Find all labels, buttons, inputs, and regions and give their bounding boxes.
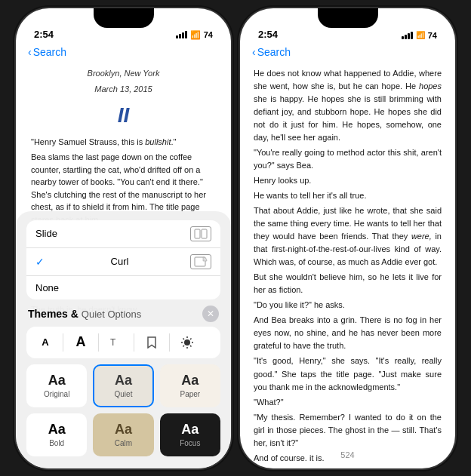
theme-focus[interactable]: Aa Focus bbox=[160, 413, 220, 456]
status-bar-left: 2:54 📶 74 bbox=[16, 8, 231, 45]
signal-bars bbox=[176, 31, 187, 38]
curl-label: Curl bbox=[111, 256, 129, 267]
theme-original-text: Aa bbox=[48, 373, 66, 387]
slide-label: Slide bbox=[35, 228, 57, 239]
themes-title: Themes & Quiet Options bbox=[28, 308, 141, 320]
svg-line-12 bbox=[183, 345, 185, 347]
font-sep-2 bbox=[98, 333, 99, 352]
right-para-8: And Bea breaks into a grin. There is no … bbox=[254, 314, 442, 352]
svg-rect-0 bbox=[195, 229, 200, 238]
font-sep-1 bbox=[63, 333, 63, 352]
book-location: Brooklyn, New York bbox=[31, 67, 216, 80]
themes-header: Themes & Quiet Options ✕ bbox=[26, 306, 220, 322]
phones-container: 2:54 📶 74 ‹ Search Brooklyn, New bbox=[16, 8, 455, 468]
close-overlay-button[interactable]: ✕ bbox=[202, 306, 219, 322]
none-label: None bbox=[35, 282, 59, 293]
bookmark-icon bbox=[146, 336, 157, 349]
checkmark-icon: ✓ bbox=[35, 256, 45, 268]
theme-original[interactable]: Aa Original bbox=[26, 364, 87, 407]
theme-original-label: Original bbox=[44, 390, 69, 398]
theme-paper-text: Aa bbox=[181, 373, 199, 387]
svg-rect-1 bbox=[202, 229, 207, 238]
theme-paper[interactable]: Aa Paper bbox=[160, 364, 220, 407]
wifi-icon-right: 📶 bbox=[416, 31, 425, 39]
bookmark-button[interactable] bbox=[140, 331, 163, 354]
transition-none[interactable]: None bbox=[26, 276, 220, 299]
font-sep-4 bbox=[169, 333, 170, 352]
reading-content: He does not know what happened to Addie,… bbox=[240, 61, 455, 461]
status-icons-left: 📶 74 bbox=[176, 30, 213, 40]
time-right: 2:54 bbox=[258, 29, 278, 40]
left-phone: 2:54 📶 74 ‹ Search Brooklyn, New bbox=[16, 8, 231, 468]
theme-paper-label: Paper bbox=[180, 390, 200, 398]
theme-bold-text: Aa bbox=[48, 422, 66, 436]
right-para-4: He wants to tell her it's all true. bbox=[254, 189, 442, 202]
right-para-11: "My thesis. Remember? I wanted to do it … bbox=[254, 411, 442, 450]
transition-slide[interactable]: Slide bbox=[26, 220, 220, 248]
book-date: March 13, 2015 bbox=[31, 83, 216, 96]
back-label-left: Search bbox=[33, 46, 66, 58]
theme-quiet-text: Aa bbox=[115, 373, 132, 387]
time-left: 2:54 bbox=[34, 29, 54, 40]
theme-focus-text: Aa bbox=[181, 422, 199, 436]
right-para-9: "It's good, Henry," she says. "It's real… bbox=[254, 355, 442, 393]
transition-curl[interactable]: ✓ Curl bbox=[26, 248, 220, 276]
brightness-button[interactable] bbox=[176, 331, 199, 354]
right-para-2: "You're really going to method actor thi… bbox=[254, 146, 442, 172]
theme-quiet-label: Quiet bbox=[115, 390, 133, 398]
chapter-number: II bbox=[31, 99, 216, 131]
svg-point-4 bbox=[184, 339, 190, 345]
font-style-button[interactable]: T bbox=[105, 331, 128, 354]
theme-calm-text: Aa bbox=[115, 422, 132, 436]
overlay-panel: Slide ✓ Curl bbox=[16, 211, 231, 468]
brightness-icon bbox=[180, 336, 194, 349]
font-controls: A A T bbox=[26, 327, 220, 358]
theme-calm[interactable]: Aa Calm bbox=[93, 413, 153, 456]
para-1: "Henry Samuel Strauss, this is bullshit.… bbox=[31, 136, 216, 149]
theme-bold[interactable]: Aa Bold bbox=[26, 413, 87, 456]
font-sep-3 bbox=[134, 333, 134, 352]
back-button-left[interactable]: ‹ Search bbox=[28, 46, 66, 58]
right-para-6: But she wouldn't believe him, so he lets… bbox=[254, 271, 442, 296]
quiet-option-label: Quiet Options bbox=[82, 309, 142, 320]
back-arrow-right: ‹ bbox=[252, 46, 256, 58]
theme-calm-label: Calm bbox=[115, 439, 132, 447]
battery-right: 74 bbox=[428, 31, 437, 40]
back-button-right[interactable]: ‹ Search bbox=[252, 46, 291, 58]
slide-icon bbox=[190, 226, 211, 241]
back-label-right: Search bbox=[257, 46, 291, 58]
right-phone: 2:54 📶 74 ‹ Search He does not k bbox=[240, 8, 455, 468]
svg-text:T: T bbox=[110, 337, 116, 348]
svg-line-9 bbox=[183, 338, 185, 339]
text-format-icon: T bbox=[109, 336, 123, 349]
right-para-3: Henry looks up. bbox=[254, 174, 442, 187]
battery-left: 74 bbox=[204, 30, 213, 39]
signal-bars-right bbox=[402, 32, 413, 39]
nav-bar-right: ‹ Search bbox=[240, 45, 455, 61]
wifi-icon: 📶 bbox=[190, 30, 201, 40]
font-increase-button[interactable]: A bbox=[69, 331, 92, 354]
theme-quiet[interactable]: Aa Quiet bbox=[93, 364, 153, 407]
theme-bold-label: Bold bbox=[49, 439, 64, 447]
back-arrow-left: ‹ bbox=[28, 46, 32, 58]
right-para-7: "Do you like it?" he asks. bbox=[254, 299, 442, 312]
curl-icon bbox=[190, 254, 211, 269]
right-para-5: That about Addie, just like he wrote, th… bbox=[254, 204, 442, 269]
theme-focus-label: Focus bbox=[180, 439, 200, 447]
status-icons-right: 📶 74 bbox=[402, 31, 437, 40]
font-decrease-button[interactable]: A bbox=[34, 331, 57, 354]
page-number: 524 bbox=[340, 450, 354, 459]
transition-options: Slide ✓ Curl bbox=[26, 220, 220, 299]
right-para-10: "What?" bbox=[254, 396, 442, 409]
status-bar-right: 2:54 📶 74 bbox=[240, 8, 455, 45]
svg-line-10 bbox=[190, 345, 192, 347]
svg-line-11 bbox=[190, 338, 192, 339]
nav-bar-left: ‹ Search bbox=[16, 45, 231, 61]
right-para-1: He does not know what happened to Addie,… bbox=[254, 67, 442, 144]
themes-grid: Aa Original Aa Quiet Aa Paper Aa Bold Aa bbox=[26, 364, 220, 456]
